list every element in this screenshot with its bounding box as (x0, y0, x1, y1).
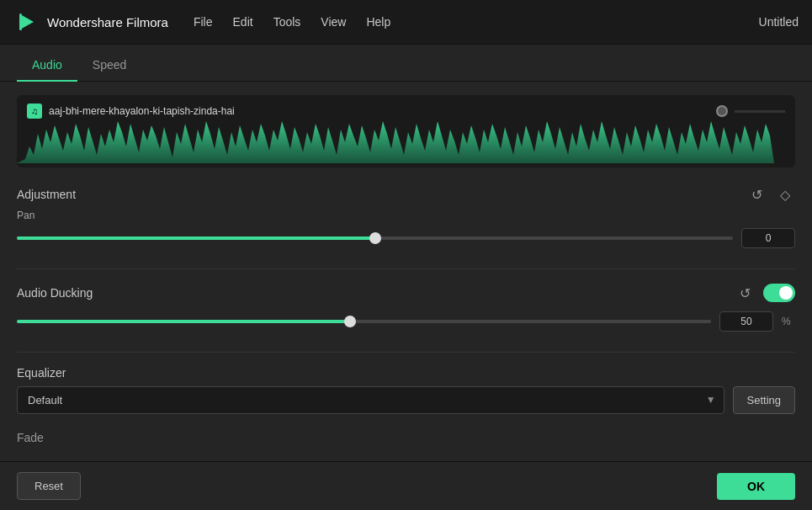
app-name: Wondershare Filmora (47, 15, 168, 29)
waveform-header: ♫ aaj-bhi-mere-khayalon-ki-tapish-zinda-… (27, 104, 785, 119)
equalizer-row: Default Pop Rock Jazz Classical Custom ▼… (17, 386, 795, 414)
waveform-filename: aaj-bhi-mere-khayalon-ki-tapish-zinda-ha… (49, 105, 709, 117)
divider-2 (17, 352, 795, 353)
waveform-line (735, 110, 785, 113)
equalizer-select-wrapper: Default Pop Rock Jazz Classical Custom ▼ (17, 386, 724, 414)
pan-label: Pan (17, 210, 795, 221)
adjustment-reset-btn[interactable]: ↺ (746, 184, 767, 205)
waveform-svg (17, 117, 774, 167)
equalizer-label: Equalizer (17, 366, 795, 380)
tab-speed[interactable]: Speed (77, 50, 141, 82)
tab-bar: Audio Speed (0, 45, 812, 82)
audio-ducking-reset-btn[interactable]: ↺ (735, 283, 755, 303)
audio-ducking-slider-fill (17, 320, 350, 323)
pan-slider-thumb[interactable] (369, 232, 381, 244)
pan-slider-track[interactable] (17, 236, 733, 240)
waveform-controls (716, 105, 785, 117)
menu-file[interactable]: File (194, 12, 213, 32)
waveform-container: ♫ aaj-bhi-mere-khayalon-ki-tapish-zinda-… (17, 95, 795, 167)
svg-rect-2 (19, 13, 22, 30)
menu-bar: File Edit Tools View Help (194, 12, 759, 32)
pan-value[interactable]: 0 (741, 228, 795, 248)
audio-ducking-header: Audio Ducking ↺ (17, 283, 795, 303)
menu-help[interactable]: Help (366, 12, 390, 32)
main-panel: ♫ aaj-bhi-mere-khayalon-ki-tapish-zinda-… (0, 82, 812, 461)
menu-view[interactable]: View (321, 12, 346, 32)
bottom-bar: Reset OK (0, 461, 812, 510)
adjustment-diamond-btn[interactable]: ◇ (775, 184, 795, 205)
audio-ducking-slider-section: 50 % (17, 311, 795, 332)
audio-ducking-slider-row: 50 % (17, 311, 795, 332)
fade-label: Fade (17, 431, 795, 444)
pan-slider-fill (17, 236, 375, 240)
menu-edit[interactable]: Edit (233, 12, 253, 32)
pan-slider-row: 0 (17, 228, 795, 248)
window-title: Untitled (759, 15, 799, 29)
divider-1 (17, 268, 795, 269)
toggle-thumb (779, 286, 793, 300)
audio-ducking-unit: % (782, 316, 795, 327)
adjustment-actions: ↺ ◇ (746, 184, 795, 205)
waveform-playhead[interactable] (716, 105, 728, 117)
music-icon: ♫ (27, 104, 42, 119)
equalizer-select[interactable]: Default Pop Rock Jazz Classical Custom (17, 386, 724, 414)
audio-ducking-value[interactable]: 50 (719, 311, 773, 332)
pan-section: Pan 0 (17, 210, 795, 248)
audio-ducking-actions: ↺ (735, 283, 795, 303)
ok-button[interactable]: OK (717, 473, 795, 500)
equalizer-setting-btn[interactable]: Setting (733, 386, 795, 414)
adjustment-section-header: Adjustment ↺ ◇ (17, 184, 795, 205)
menu-tools[interactable]: Tools (273, 12, 301, 32)
adjustment-label: Adjustment (17, 188, 76, 201)
audio-ducking-toggle[interactable] (763, 284, 795, 302)
fade-section: Fade (17, 431, 795, 444)
reset-button[interactable]: Reset (17, 472, 81, 500)
equalizer-section: Equalizer Default Pop Rock Jazz Classica… (17, 366, 795, 414)
audio-ducking-label: Audio Ducking (17, 286, 93, 300)
audio-ducking-slider-track[interactable] (17, 320, 711, 323)
tab-audio[interactable]: Audio (17, 50, 77, 82)
app-logo (13, 9, 39, 35)
titlebar: Wondershare Filmora File Edit Tools View… (0, 0, 812, 45)
audio-ducking-slider-thumb[interactable] (344, 316, 356, 327)
